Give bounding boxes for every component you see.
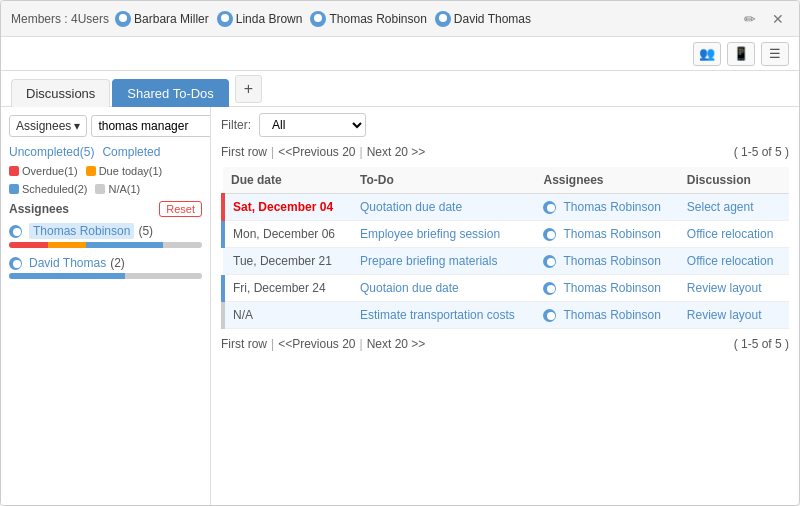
progress-overdue-thomas <box>9 242 48 248</box>
assignee-row-icon <box>543 255 556 268</box>
assignee-cell-td: Thomas Robinson <box>535 194 678 221</box>
assignees-dropdown-label: Assignees <box>16 119 71 133</box>
todo-table: Due date To-Do Assignees Discussion Sat,… <box>221 167 789 329</box>
table-row: N/A Estimate transportation costs Thomas… <box>223 302 789 329</box>
mobile-view-button[interactable]: 📱 <box>727 42 755 66</box>
completed-link[interactable]: Completed <box>102 145 160 159</box>
user-linda: Linda Brown <box>217 11 303 27</box>
search-input[interactable] <box>91 115 211 137</box>
discussion-link[interactable]: Review layout <box>687 281 762 295</box>
status-row: Uncompleted(5) Completed <box>9 145 202 159</box>
legend-overdue: Overdue(1) <box>9 165 78 177</box>
user-name-david: David Thomas <box>454 12 531 26</box>
col-due-date: Due date <box>223 167 352 194</box>
discussion-link[interactable]: Select agent <box>687 200 754 214</box>
assignee-name-link[interactable]: Thomas Robinson <box>563 308 660 322</box>
todo-link[interactable]: Prepare briefing materials <box>360 254 497 268</box>
assignee-count-thomas: (5) <box>138 224 153 238</box>
header-bar: Members : 4Users Barbara Miller Linda Br… <box>1 1 799 37</box>
edit-button[interactable]: ✏ <box>739 8 761 30</box>
tab-shared-todos-label: Shared To-Dos <box>127 86 213 101</box>
pagination-bottom: First row | <<Previous 20 | Next 20 >> (… <box>221 335 789 353</box>
due-date-cell: N/A <box>223 302 352 329</box>
filter-select[interactable]: All Overdue Due today Scheduled N/A <box>259 113 366 137</box>
col-assignees: Assignees <box>535 167 678 194</box>
na-dot <box>95 184 105 194</box>
progress-scheduled-thomas <box>86 242 163 248</box>
status-links: Uncompleted(5) Completed <box>9 145 202 159</box>
uncompleted-link[interactable]: Uncompleted(5) <box>9 145 94 159</box>
due-date-cell: Tue, December 21 <box>223 248 352 275</box>
discussion-cell: Review layout <box>679 275 789 302</box>
legend-row-2: Scheduled(2) N/A(1) <box>9 183 202 195</box>
todo-link[interactable]: Quotaion due date <box>360 281 459 295</box>
todo-cell: Estimate transportation costs <box>352 302 535 329</box>
todo-cell: Prepare briefing materials <box>352 248 535 275</box>
assignee-name-row-thomas: Thomas Robinson (5) <box>9 223 202 239</box>
assignee-row-icon <box>543 309 556 322</box>
assignee-name-thomas[interactable]: Thomas Robinson <box>29 223 134 239</box>
first-row-link-bottom[interactable]: First row <box>221 337 267 351</box>
prev-link-bottom[interactable]: <<Previous 20 <box>278 337 355 351</box>
list-view-button[interactable]: ☰ <box>761 42 789 66</box>
legend-duetoday: Due today(1) <box>86 165 163 177</box>
discussion-cell: Select agent <box>679 194 789 221</box>
tab-discussions[interactable]: Discussions <box>11 79 110 107</box>
prev-link-top[interactable]: <<Previous 20 <box>278 145 355 159</box>
due-date-cell: Fri, December 24 <box>223 275 352 302</box>
first-row-link-top[interactable]: First row <box>221 145 267 159</box>
discussion-link[interactable]: Office relocation <box>687 254 774 268</box>
main-content: Filter: All Overdue Due today Scheduled … <box>211 107 799 505</box>
user-name-barbara: Barbara Miller <box>134 12 209 26</box>
close-button[interactable]: ✕ <box>767 8 789 30</box>
assignees-dropdown[interactable]: Assignees ▾ <box>9 115 87 137</box>
assignee-item-thomas[interactable]: Thomas Robinson (5) <box>9 223 202 248</box>
assignee-name-link[interactable]: Thomas Robinson <box>563 200 660 214</box>
assignee-name-david[interactable]: David Thomas <box>29 256 106 270</box>
assignee-name-link[interactable]: Thomas Robinson <box>563 281 660 295</box>
pagination-count-top: ( 1-5 of 5 ) <box>734 145 789 159</box>
tab-shared-todos[interactable]: Shared To-Dos <box>112 79 228 107</box>
legend-scheduled: Scheduled(2) <box>9 183 87 195</box>
progress-duetoday-thomas <box>48 242 87 248</box>
assignee-name-link[interactable]: Thomas Robinson <box>563 254 660 268</box>
assignee-row-icon <box>543 282 556 295</box>
legend-na: N/A(1) <box>95 183 140 195</box>
assignees-section-label: Assignees <box>9 202 69 216</box>
user-icon-david <box>435 11 451 27</box>
progress-bar-thomas <box>9 242 202 248</box>
todo-link[interactable]: Employee briefing session <box>360 227 500 241</box>
next-link-top[interactable]: Next 20 >> <box>367 145 426 159</box>
assignee-cell-td: Thomas Robinson <box>535 248 678 275</box>
user-david: David Thomas <box>435 11 531 27</box>
discussion-cell: Office relocation <box>679 221 789 248</box>
todo-link[interactable]: Estimate transportation costs <box>360 308 515 322</box>
user-name-linda: Linda Brown <box>236 12 303 26</box>
tab-add-button[interactable]: + <box>235 75 262 103</box>
table-row: Fri, December 24 Quotaion due date Thoma… <box>223 275 789 302</box>
toolbar-icons: 👥 📱 ☰ <box>693 42 789 66</box>
assignee-row-icon <box>543 228 556 241</box>
discussion-cell: Review layout <box>679 302 789 329</box>
next-link-bottom[interactable]: Next 20 >> <box>367 337 426 351</box>
table-row: Sat, December 04 Quotation due date Thom… <box>223 194 789 221</box>
legend-na-label: N/A(1) <box>108 183 140 195</box>
assignee-item-david[interactable]: David Thomas (2) <box>9 256 202 279</box>
pagination-links-top: First row | <<Previous 20 | Next 20 >> <box>221 145 425 159</box>
filter-label: Filter: <box>221 118 251 132</box>
assignee-cell-div: Thomas Robinson <box>543 254 670 268</box>
assignee-name-link[interactable]: Thomas Robinson <box>563 227 660 241</box>
user-barbara: Barbara Miller <box>115 11 209 27</box>
todo-link[interactable]: Quotation due date <box>360 200 462 214</box>
assignee-icon-david <box>9 257 22 270</box>
user-thomas: Thomas Robinson <box>310 11 426 27</box>
assignee-cell-div: Thomas Robinson <box>543 227 670 241</box>
tab-discussions-label: Discussions <box>26 86 95 101</box>
reset-button[interactable]: Reset <box>159 201 202 217</box>
discussion-link[interactable]: Review layout <box>687 308 762 322</box>
overdue-dot <box>9 166 19 176</box>
discussion-link[interactable]: Office relocation <box>687 227 774 241</box>
people-view-button[interactable]: 👥 <box>693 42 721 66</box>
progress-na-david <box>125 273 202 279</box>
members-label: Members : 4Users <box>11 12 109 26</box>
